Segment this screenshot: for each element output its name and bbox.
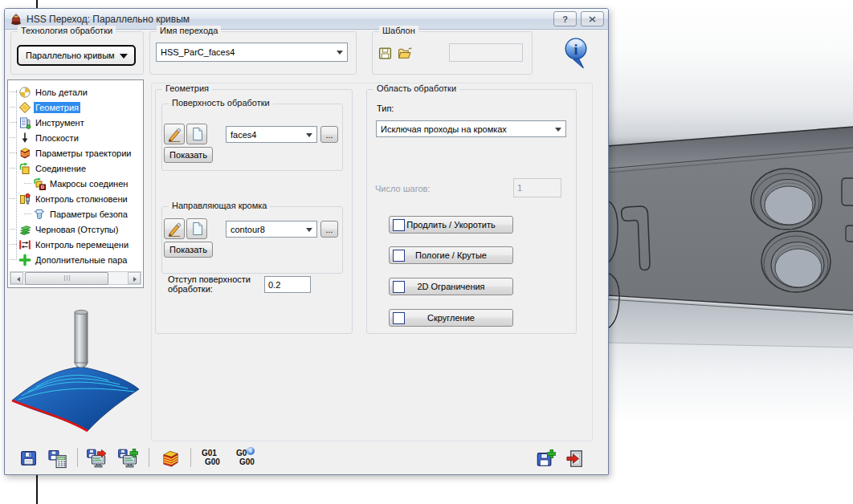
tree-item-tool[interactable]: Инструмент [10, 115, 86, 130]
tree-item-roughing[interactable]: Черновая (Отступы) [10, 222, 120, 237]
technology-value: Параллельно кривым [26, 51, 115, 60]
save-simulate-add-button[interactable] [117, 448, 138, 469]
gcode-info-button[interactable]: G0 i G00 [236, 449, 255, 466]
surface-combo[interactable]: faces4 [226, 126, 317, 143]
surface-show-button[interactable]: Показать [164, 147, 213, 163]
info-icon[interactable]: i [563, 37, 589, 72]
tree-item-planes[interactable]: Плоскости [10, 130, 80, 145]
app-icon [10, 13, 22, 26]
save-copy-button[interactable] [535, 448, 556, 469]
offset-input[interactable] [264, 276, 311, 293]
machining-levels-button[interactable] [160, 448, 181, 469]
limits-2d-label: 2D Ограничения [417, 282, 484, 291]
shallow-steep-button[interactable]: Пологие / Крутые [389, 246, 513, 264]
edge-combo[interactable]: contour8 [226, 221, 317, 238]
rounding-button[interactable]: Скругление [389, 309, 513, 327]
tree-item-label: Ноль детали [34, 87, 89, 98]
save-calculate-button[interactable] [47, 448, 67, 469]
save-calculate-icon [47, 449, 67, 469]
template-save-icon[interactable] [378, 47, 392, 62]
rounding-checkbox[interactable] [393, 312, 405, 324]
save-icon [19, 449, 39, 468]
toolbar-separator [77, 448, 78, 467]
tree-horizontal-scrollbar[interactable] [10, 271, 141, 285]
info-badge-icon: i [247, 447, 255, 455]
tree-item-motion-control[interactable]: Контроль перемещени [10, 237, 130, 252]
save-button[interactable] [18, 448, 39, 469]
close-icon [589, 16, 596, 22]
tree-item-collision-control[interactable]: Контроль столкновени [10, 191, 129, 206]
shallow-steep-checkbox[interactable] [393, 250, 405, 262]
gcode-button[interactable]: G01 G00 [202, 449, 220, 466]
save-simulate-icon [86, 448, 107, 469]
toolbar-separator [149, 448, 149, 467]
extend-trim-label: Продлить / Укоротить [406, 220, 495, 230]
save-add-icon [536, 449, 556, 469]
edge-group: Направляющая кромка [161, 206, 343, 274]
window-title: HSS Переход: Параллельно кривым [27, 14, 553, 25]
save-simulate-button[interactable] [86, 448, 107, 469]
operation-name-group-label: Имя перехода [157, 26, 221, 35]
tree-item-safety-params[interactable]: Параметры безопа [24, 206, 129, 222]
edge-show-button[interactable]: Показать [164, 242, 213, 258]
cad-viewport[interactable] [607, 0, 853, 504]
surface-browse-button[interactable]: ... [320, 126, 338, 143]
safety-icon [32, 208, 46, 221]
tree-item-part-zero[interactable]: Ноль детали [10, 84, 89, 100]
surface-new-button[interactable] [186, 124, 207, 144]
save-simulate-add-icon [117, 448, 138, 469]
rounding-label: Скругление [427, 313, 475, 323]
extend-trim-button[interactable]: Продлить / Укоротить [389, 216, 513, 234]
template-open-icon[interactable] [398, 47, 413, 62]
extend-trim-checkbox[interactable] [393, 219, 405, 231]
hss-operation-dialog: HSS Переход: Параллельно кривым ? Технол… [4, 8, 609, 475]
tree-item-link[interactable]: Соединение [10, 161, 88, 176]
edge-new-button[interactable] [186, 218, 207, 239]
tree-item-label: Контроль перемещени [34, 239, 130, 250]
exit-button[interactable] [565, 448, 586, 469]
chevron-down-icon [306, 133, 312, 140]
tree-item-additional-params[interactable]: Дополнительные пара [10, 252, 129, 267]
edge-group-label: Направляющая кромка [169, 201, 270, 210]
gcode2-line2: G00 [236, 457, 255, 466]
edge-edit-button[interactable] [164, 218, 185, 239]
technology-select[interactable]: Параллельно кривым [17, 45, 136, 66]
help-button[interactable]: ? [553, 11, 577, 26]
template-group-label: Шаблон [379, 26, 418, 35]
exit-icon [565, 449, 586, 469]
tree-item-label: Черновая (Отступы) [34, 224, 120, 235]
edge-value: contour8 [231, 225, 265, 234]
surface-group-label: Поверхность обработки [169, 98, 273, 108]
steps-input [513, 178, 561, 197]
gcode-line1: G01 [202, 449, 220, 457]
edge-browse-button[interactable]: ... [320, 221, 338, 238]
scroll-right-button[interactable] [128, 272, 141, 284]
operation-name-combo[interactable]: HSS_ParC_faces4 [156, 43, 348, 62]
working-area-group-label: Область обработки [373, 83, 459, 93]
tree-item-label: Параметры траектории [34, 148, 133, 159]
tree-item-label: Инструмент [34, 117, 86, 128]
gcode2-line1: G0 [236, 449, 247, 457]
limits-2d-checkbox[interactable] [393, 281, 405, 293]
new-document-icon [190, 126, 205, 142]
chevron-down-icon [337, 51, 343, 58]
scroll-thumb[interactable] [25, 272, 108, 285]
new-document-icon [190, 221, 205, 237]
close-button[interactable] [581, 11, 604, 26]
limits-2d-button[interactable]: 2D Ограничения [389, 278, 513, 295]
tree-item-link-macros[interactable]: D Макросы соединен [24, 176, 129, 191]
pencil-icon [166, 126, 182, 142]
surface-edit-button[interactable] [164, 124, 185, 144]
geometry-group-label: Геометрия [162, 83, 212, 93]
tree-item-toolpath-params[interactable]: Параметры траектории [10, 145, 133, 161]
scroll-track[interactable] [23, 272, 128, 284]
tree-item-label: Макросы соединен [48, 178, 129, 189]
type-value: Исключая проходы на кромках [381, 124, 507, 134]
type-combo[interactable]: Исключая проходы на кромках [376, 120, 566, 137]
tree-item-geometry[interactable]: Геометрия [10, 100, 80, 115]
scroll-left-button[interactable] [10, 272, 23, 284]
operation-name-value: HSS_ParC_faces4 [161, 47, 235, 57]
roughing-icon [18, 223, 31, 236]
cad-part-model [607, 0, 853, 504]
template-field [449, 43, 523, 62]
